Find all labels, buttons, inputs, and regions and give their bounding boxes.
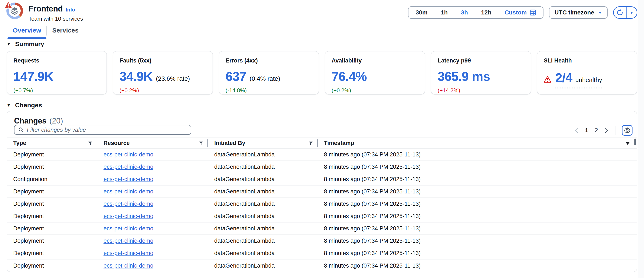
range-3h-selected[interactable]: 3h	[461, 9, 468, 16]
resource-link[interactable]: ecs-pet-clinic-demo	[104, 213, 153, 219]
page-subtitle: Team with 10 services	[28, 15, 83, 22]
filter-funnel-icon[interactable]	[308, 141, 313, 145]
table-row[interactable]: Configuration ecs-pet-clinic-demo dataGe…	[7, 173, 637, 186]
availability-card: Availability 76.4% (+0.2%)	[325, 51, 425, 95]
table-scrollbar-thumb[interactable]	[634, 139, 636, 145]
gear-icon	[624, 127, 630, 134]
warning-triangle-icon	[544, 76, 551, 83]
type-cell: Deployment	[7, 225, 97, 232]
filter-input[interactable]: Filter changes by value	[14, 125, 191, 135]
column-header-type[interactable]: Type	[7, 138, 97, 148]
sli-value: 2/4	[555, 70, 572, 85]
info-link[interactable]: Info	[66, 7, 75, 13]
search-icon	[18, 127, 24, 133]
faults-rate: (23.6% rate)	[156, 75, 190, 82]
changes-section-toggle[interactable]: ▼ Changes	[6, 102, 42, 109]
previous-page-icon[interactable]	[574, 127, 578, 133]
initiated-by-cell: dataGenerationLambda	[208, 201, 318, 207]
column-header-initiated-by[interactable]: Initiated By	[208, 138, 318, 148]
errors-rate: (0.4% rate)	[250, 75, 280, 82]
card-title: Errors (4xx)	[226, 57, 312, 64]
filter-funnel-icon[interactable]	[199, 141, 204, 145]
column-label: Resource	[104, 140, 130, 146]
faults-card: Faults (5xx) 34.9K (23.6% rate) (+0.2%)	[113, 51, 213, 95]
page-2-button[interactable]: 2	[594, 127, 598, 134]
resource-link[interactable]: ecs-pet-clinic-demo	[104, 225, 153, 232]
chevron-down-icon: ▼	[630, 11, 634, 15]
team-logo	[6, 2, 23, 19]
latency-delta: (+14.2%)	[438, 87, 524, 94]
resource-link[interactable]: ecs-pet-clinic-demo	[104, 176, 153, 182]
sli-health-card: SLI Health 2/4 unhealthy	[537, 51, 637, 95]
refresh-menu-button[interactable]: ▼	[626, 7, 637, 18]
timestamp-cell: 8 minutes ago (07:34 PM 2025-11-13)	[318, 188, 637, 195]
table-row[interactable]: Deployment ecs-pet-clinic-demo dataGener…	[7, 247, 637, 260]
table-row[interactable]: Deployment ecs-pet-clinic-demo dataGener…	[7, 161, 637, 173]
range-1h[interactable]: 1h	[441, 9, 448, 16]
resource-link[interactable]: ecs-pet-clinic-demo	[104, 164, 153, 170]
app-header: Frontend Info Team with 10 services	[6, 2, 83, 22]
refresh-button[interactable]	[614, 7, 626, 18]
availability-delta: (+0.2%)	[332, 87, 418, 94]
table-row[interactable]: Deployment ecs-pet-clinic-demo dataGener…	[7, 260, 637, 272]
column-header-resource[interactable]: Resource	[97, 138, 208, 148]
card-title: Faults (5xx)	[120, 57, 206, 64]
errors-card: Errors (4xx) 637 (0.4% rate) (-14.8%)	[219, 51, 319, 95]
tab-services[interactable]: Services	[47, 25, 84, 38]
initiated-by-cell: dataGenerationLambda	[208, 238, 318, 244]
table-row[interactable]: Deployment ecs-pet-clinic-demo dataGener…	[7, 223, 637, 235]
page-scrollbar-track[interactable]	[638, 0, 644, 278]
type-cell: Deployment	[7, 263, 97, 269]
warning-triangle-icon	[4, 1, 13, 10]
table-row[interactable]: Deployment ecs-pet-clinic-demo dataGener…	[7, 148, 637, 161]
type-cell: Deployment	[7, 201, 97, 207]
timestamp-cell: 8 minutes ago (07:34 PM 2025-11-13)	[318, 213, 637, 220]
resource-link[interactable]: ecs-pet-clinic-demo	[104, 188, 153, 195]
type-cell: Deployment	[7, 151, 97, 158]
page-title: Frontend	[28, 4, 63, 13]
filter-placeholder: Filter changes by value	[27, 127, 86, 133]
page-1-button[interactable]: 1	[585, 127, 588, 134]
changes-panel: Changes (20) Filter changes by value 1 2	[6, 111, 637, 272]
tab-overview[interactable]: Overview	[8, 25, 46, 38]
type-cell: Deployment	[7, 213, 97, 220]
timestamp-cell: 8 minutes ago (07:34 PM 2025-11-13)	[318, 250, 637, 257]
sort-caret-icon[interactable]	[625, 141, 630, 145]
table-body: Deployment ecs-pet-clinic-demo dataGener…	[7, 148, 637, 272]
table-row[interactable]: Deployment ecs-pet-clinic-demo dataGener…	[7, 210, 637, 223]
resource-link[interactable]: ecs-pet-clinic-demo	[104, 151, 153, 158]
column-header-timestamp[interactable]: Timestamp	[318, 138, 637, 148]
time-range-group: 30m 1h 3h 12h Custom	[408, 6, 544, 19]
range-12h[interactable]: 12h	[481, 9, 491, 16]
range-custom[interactable]: Custom	[504, 9, 536, 16]
table-row[interactable]: Deployment ecs-pet-clinic-demo dataGener…	[7, 186, 637, 198]
timestamp-cell: 8 minutes ago (07:34 PM 2025-11-13)	[318, 176, 637, 183]
summary-section-title: Summary	[15, 40, 44, 48]
refresh-split-button: ▼	[613, 6, 638, 19]
column-label: Initiated By	[214, 140, 245, 146]
timezone-select[interactable]: UTC timezone ▼	[549, 6, 608, 19]
range-30m[interactable]: 30m	[416, 9, 428, 16]
resource-link[interactable]: ecs-pet-clinic-demo	[104, 201, 153, 207]
initiated-by-cell: dataGenerationLambda	[208, 225, 318, 232]
type-cell: Deployment	[7, 188, 97, 195]
table-row[interactable]: Deployment ecs-pet-clinic-demo dataGener…	[7, 198, 637, 210]
changes-title-text: Changes	[14, 117, 46, 125]
column-label: Timestamp	[324, 140, 354, 146]
timestamp-cell: 8 minutes ago (07:34 PM 2025-11-13)	[318, 201, 637, 207]
summary-section-toggle[interactable]: ▼ Summary	[6, 40, 44, 48]
next-page-icon[interactable]	[604, 127, 609, 133]
filter-funnel-icon[interactable]	[88, 141, 93, 145]
initiated-by-cell: dataGenerationLambda	[208, 263, 318, 269]
sli-health-link[interactable]: 2/4 unhealthy	[555, 70, 602, 88]
initiated-by-cell: dataGenerationLambda	[208, 213, 318, 220]
resource-link[interactable]: ecs-pet-clinic-demo	[104, 263, 153, 269]
resource-link[interactable]: ecs-pet-clinic-demo	[104, 250, 153, 256]
card-title: Latency p99	[438, 57, 524, 64]
table-row[interactable]: Deployment ecs-pet-clinic-demo dataGener…	[7, 235, 637, 247]
table-settings-button[interactable]	[622, 125, 632, 136]
summary-cards: Requests 147.9K (+0.7%) Faults (5xx) 34.…	[6, 51, 637, 95]
changes-panel-title: Changes (20)	[14, 117, 63, 125]
type-cell: Configuration	[7, 176, 97, 183]
resource-link[interactable]: ecs-pet-clinic-demo	[104, 238, 153, 244]
